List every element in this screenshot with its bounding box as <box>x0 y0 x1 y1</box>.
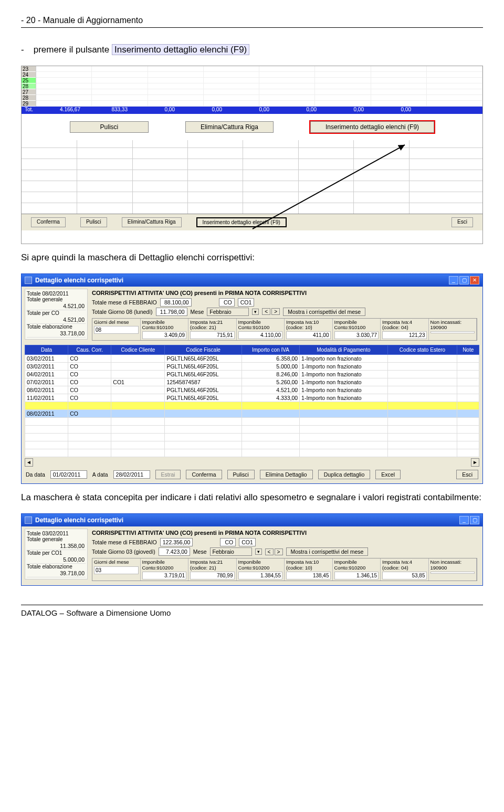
corrispettivi-heading: CORRISPETTIVI ATTIVITA' UNO (CO) present… <box>92 290 477 296</box>
maximize-icon[interactable]: ▢ <box>470 516 479 524</box>
table-row[interactable]: 04/02/2011COPGLTLN65L46F205L8.246,001-Im… <box>25 371 479 378</box>
prev-month-icon[interactable]: < <box>265 549 274 555</box>
stats-strip-2: Giorni del mese03 Imponibile Conto:91020… <box>92 558 477 581</box>
da-data-field[interactable]: 01/02/2011 <box>50 470 87 479</box>
co-field-a-2[interactable]: CO <box>220 538 236 546</box>
table-row[interactable]: 08/02/2011COPGLTLN65L46F205L4.521,001-Im… <box>25 386 479 394</box>
totals-row: Tot. 4.166,67 833,33 0,00 0,00 0,00 0,00… <box>22 107 482 114</box>
intro-text: premere il pulsante <box>34 45 110 55</box>
window-title: Dettaglio elenchi corrispettivi <box>35 277 449 284</box>
conferma-button-2[interactable]: Conferma <box>186 470 222 479</box>
totale-mese-field-2: 122.356,00 <box>160 538 193 546</box>
dettaglio-window-1: Dettaglio elenchi corrispettivi _ ▢ ✕ To… <box>21 273 483 484</box>
co-field-b[interactable]: CO1 <box>238 298 255 307</box>
co-field-a[interactable]: CO <box>219 298 235 307</box>
excel-button[interactable]: Excel <box>375 470 401 479</box>
intro-highlight: Inserimento dettaglio elenchi (F9) <box>112 44 249 55</box>
page-footer: DATALOG – Software a Dimensione Uomo <box>21 605 483 617</box>
row-numbers: 23 24 25 28 27 28 29 <box>22 66 36 107</box>
left-totals: Totale 08/02/2011 Totale generale 4.521,… <box>25 289 88 340</box>
window-title-2: Dettaglio elenchi corrispettivi <box>35 516 459 524</box>
page-header: - 20 - Manuale di Aggiornamento <box>21 16 483 28</box>
totale-mese-field: 88.100,00 <box>160 298 192 307</box>
bullet: - <box>21 44 24 56</box>
next-month-icon[interactable]: > <box>271 308 280 315</box>
a-data-field[interactable]: 28/02/2011 <box>113 470 150 479</box>
grid-background <box>22 140 482 214</box>
table-row[interactable]: 07/02/2011COCO1125458745875.260,001-Impo… <box>25 378 479 386</box>
mid-text: Si apre quindi la maschera di Dettaglio … <box>21 251 483 264</box>
totale-giorno-field: 11.798,00 <box>156 308 187 316</box>
window-icon <box>25 516 32 524</box>
esci-button[interactable]: Esci <box>452 217 473 227</box>
table-row[interactable] <box>25 426 479 434</box>
screenshot-toolbar-grid: 23 24 25 28 27 28 29 Tot. 4.166,67 833,3 <box>21 66 483 244</box>
conferma-button[interactable]: Conferma <box>31 217 66 227</box>
mostra-corrispettivi-button[interactable]: Mostra i corrispettivi del mese <box>283 308 365 316</box>
left-totals-2: Totale 03/02/2011 Totale generale 11.358… <box>25 529 88 579</box>
mese-field[interactable]: Febbraio <box>207 308 249 316</box>
dettaglio-table[interactable]: DataCaus. Corr.Codice Cliente Codice Fis… <box>25 345 479 457</box>
minimize-icon[interactable]: _ <box>449 276 458 284</box>
pulisci-button-3[interactable]: Pulisci <box>227 470 255 479</box>
estrai-button[interactable]: Estrai <box>155 470 181 479</box>
minimize-icon[interactable]: _ <box>459 516 469 524</box>
inserimento-dettaglio-button[interactable]: Inserimento dettaglio elenchi (F9) <box>310 121 434 133</box>
chevron-down-icon[interactable]: ▾ <box>252 309 259 315</box>
table-row[interactable] <box>25 449 479 457</box>
table-row[interactable] <box>25 402 479 410</box>
table-row[interactable] <box>25 434 479 441</box>
mese-field-2[interactable]: Febbraio <box>210 547 252 556</box>
next-month-icon[interactable]: > <box>275 549 283 555</box>
window-icon <box>25 277 32 284</box>
table-row[interactable] <box>25 441 479 449</box>
mostra-corrispettivi-button-2[interactable]: Mostra i corrispettivi del mese <box>286 547 369 556</box>
pulisci-button-2[interactable]: Pulisci <box>80 217 107 227</box>
table-row-selected[interactable]: 08/02/2011CO <box>25 410 479 418</box>
pulisci-button[interactable]: Pulisci <box>70 121 149 133</box>
dettaglio-window-2: Dettaglio elenchi corrispettivi _ ▢ Tota… <box>21 513 483 586</box>
duplica-dettaglio-button[interactable]: Duplica dettaglio <box>318 470 371 479</box>
intro-line: - premere il pulsante Inserimento dettag… <box>21 44 483 56</box>
table-row[interactable]: 03/02/2011COPGLTLN65L46F205L5.000,001-Im… <box>25 363 479 371</box>
scroll-right-icon: ► <box>471 458 479 467</box>
close-icon[interactable]: ✕ <box>470 276 479 284</box>
elimina-dettaglio-button[interactable]: Elimina Dettaglio <box>260 470 313 479</box>
prev-month-icon[interactable]: < <box>262 308 270 315</box>
co-field-b-2[interactable]: CO1 <box>239 538 256 546</box>
esci-button-2[interactable]: Esci <box>456 470 478 479</box>
chevron-down-icon[interactable]: ▾ <box>255 549 262 555</box>
table-row[interactable]: 11/02/2011COPGLTLN65L46F205L4.333,001-Im… <box>25 394 479 402</box>
corrispettivi-heading-2: CORRISPETTIVI ATTIVITA' UNO (CO) present… <box>92 530 477 536</box>
maximize-icon[interactable]: ▢ <box>459 276 469 284</box>
table-row[interactable] <box>25 418 479 426</box>
elimina-button-2[interactable]: Elimina/Cattura Riga <box>122 217 182 227</box>
scroll-left-icon: ◄ <box>25 458 33 467</box>
table-row[interactable]: 03/02/2011COPGLTLN65L46F205L6.358,001-Im… <box>25 355 479 363</box>
inserimento-button-2[interactable]: Inserimento dettaglio elenchi (F9) <box>196 217 287 227</box>
totale-giorno-field-2: 7.423,00 <box>159 547 190 556</box>
elimina-cattura-button[interactable]: Elimina/Cattura Riga <box>185 121 274 133</box>
stats-strip: Giorni del mese08 Imponibile Conto:91010… <box>92 318 477 341</box>
after-text: La maschera è stata concepita per indica… <box>21 491 483 504</box>
hscroll[interactable]: ◄ ► <box>25 458 479 467</box>
